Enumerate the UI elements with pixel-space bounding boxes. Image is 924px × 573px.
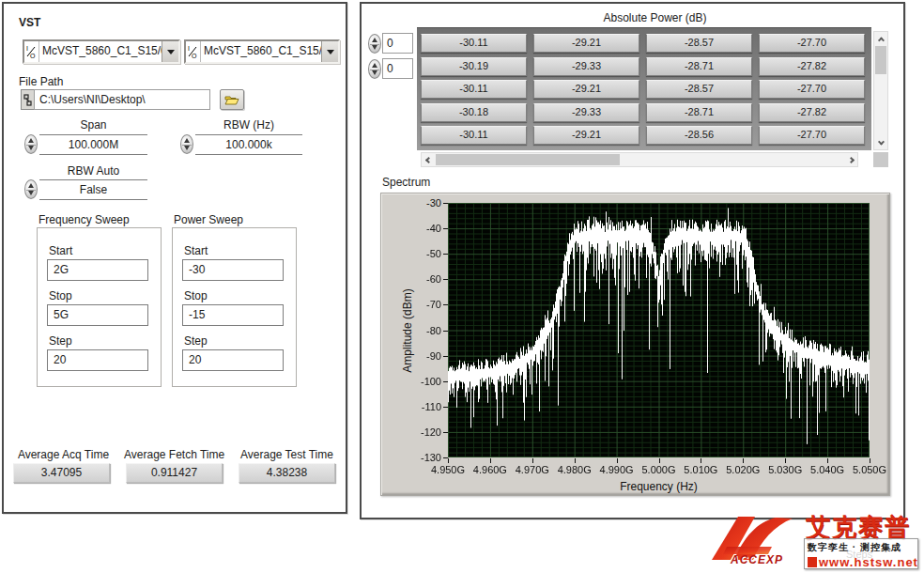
y-tick-mark xyxy=(443,254,448,255)
power-start-label: Start xyxy=(184,244,208,257)
table-cell: -29.33 xyxy=(533,103,639,122)
table-cell: -30.11 xyxy=(421,34,527,53)
scroll-down-button[interactable] xyxy=(874,136,887,149)
file-path-label: File Path xyxy=(19,75,63,88)
x-tick-label: 5.010G xyxy=(679,464,722,475)
chevron-down-icon xyxy=(327,50,334,58)
vertical-scroll-thumb[interactable] xyxy=(875,46,886,74)
x-tick-label: 4.990G xyxy=(595,464,639,475)
y-tick-label: -30 xyxy=(396,197,441,209)
rbw-label: RBW (Hz) xyxy=(195,118,302,132)
table-cell: -28.71 xyxy=(646,57,752,76)
decrement-icon xyxy=(372,70,377,75)
scroll-left-button[interactable] xyxy=(422,153,435,166)
increment-icon xyxy=(28,183,34,188)
x-tick-label: 5.000G xyxy=(638,464,681,475)
x-tick-label: 4.950G xyxy=(426,464,470,475)
table-cell: -27.82 xyxy=(759,103,865,122)
x-tick-mark xyxy=(743,458,744,463)
browse-button[interactable] xyxy=(220,89,244,110)
x-axis-title: Frequency (Hz) xyxy=(448,480,870,493)
y-tick-mark xyxy=(443,203,448,204)
power-step-input[interactable]: 20 xyxy=(182,349,284,371)
table-cell: -27.82 xyxy=(759,57,865,76)
increment-icon xyxy=(184,138,190,143)
frequency-sweep-label: Frequency Sweep xyxy=(38,213,130,226)
y-tick-label: -120 xyxy=(396,426,441,438)
table-cell: -27.70 xyxy=(759,34,865,53)
power-sweep-label: Power Sweep xyxy=(174,213,243,226)
x-tick-label: 5.040G xyxy=(806,464,849,475)
table-cell: -29.21 xyxy=(533,80,639,99)
chevron-up-icon xyxy=(877,37,884,43)
table-cell: -30.11 xyxy=(421,126,527,145)
table-vertical-scrollbar[interactable] xyxy=(873,31,888,150)
y-tick-label: -110 xyxy=(396,401,441,412)
scroll-right-button[interactable] xyxy=(844,153,857,166)
svg-text:O: O xyxy=(30,53,36,59)
table-cell: -29.21 xyxy=(533,126,639,145)
vst-resource-dropdown-1[interactable]: IO McVST_5860_C1_S15/1 xyxy=(184,39,340,64)
io-name-icon: IO xyxy=(186,41,201,62)
col-index-input[interactable]: 0 xyxy=(382,58,413,79)
increment-icon xyxy=(28,138,34,143)
avg-fetch-time-label: Average Fetch Time xyxy=(124,448,224,461)
freq-stop-input[interactable]: 5G xyxy=(47,304,148,326)
table-horizontal-scrollbar[interactable] xyxy=(421,152,858,167)
frequency-sweep-group: Start 2G Stop 5G Step 20 xyxy=(37,227,162,387)
row-index-input[interactable]: 0 xyxy=(382,33,413,54)
y-tick-mark xyxy=(443,304,448,305)
table-cell: -27.70 xyxy=(759,80,865,99)
watermark-url-text: www.hstsw.net xyxy=(819,555,918,569)
power-stop-input[interactable]: -15 xyxy=(182,304,284,326)
horizontal-scroll-thumb[interactable] xyxy=(436,154,620,165)
freq-step-input[interactable]: 20 xyxy=(47,349,148,371)
scrollbar-corner xyxy=(873,152,888,167)
x-tick-label: 5.050G xyxy=(848,464,891,475)
col-index-spinner[interactable] xyxy=(368,59,381,79)
rbw-auto-label: RBW Auto xyxy=(39,164,147,178)
x-tick-mark xyxy=(659,458,660,463)
rbw-auto-select[interactable]: False xyxy=(39,179,147,200)
table-cell: -30.19 xyxy=(421,57,527,76)
y-tick-mark xyxy=(443,331,448,332)
dropdown-arrow-button[interactable] xyxy=(162,41,178,62)
table-cell: -29.33 xyxy=(533,57,639,76)
row-index-spinner[interactable] xyxy=(368,34,381,54)
vst-resource-value-0: McVST_5860_C1_S15/0 xyxy=(39,41,162,62)
freq-start-label: Start xyxy=(49,244,72,257)
decrement-icon xyxy=(184,146,190,150)
rbw-auto-spinner[interactable] xyxy=(24,179,38,199)
y-tick-label: -40 xyxy=(396,223,441,234)
table-cell: -28.57 xyxy=(646,34,752,53)
x-tick-mark xyxy=(617,458,618,463)
rbw-spinner[interactable] xyxy=(180,134,193,154)
scroll-up-button[interactable] xyxy=(874,32,887,45)
decrement-icon xyxy=(28,146,34,150)
avg-fetch-time-value: 0.911427 xyxy=(126,463,223,483)
avg-acq-time-label: Average Acq Time xyxy=(13,448,114,461)
vst-control-panel: VST IO McVST_5860_C1_S15/0 IO McVST_5860… xyxy=(2,2,347,514)
span-input[interactable]: 100.000M xyxy=(39,134,147,155)
svg-text:I: I xyxy=(188,45,190,52)
file-path-input[interactable]: C:\Users\NI\Desktop\ xyxy=(34,89,210,110)
x-tick-label: 4.960G xyxy=(469,464,512,475)
graph-title: Spectrum xyxy=(382,176,430,189)
svg-text:I: I xyxy=(26,45,28,52)
y-tick-mark xyxy=(443,381,448,382)
power-start-input[interactable]: -30 xyxy=(182,259,284,281)
x-tick-mark xyxy=(701,458,701,463)
span-label: Span xyxy=(39,118,147,132)
vst-resource-dropdown-0[interactable]: IO McVST_5860_C1_S15/0 xyxy=(23,39,180,64)
x-tick-label: 5.030G xyxy=(763,464,807,475)
plot-area xyxy=(448,203,870,457)
dropdown-arrow-button[interactable] xyxy=(321,41,338,62)
table-title: Absolute Power (dB) xyxy=(419,11,891,24)
span-spinner[interactable] xyxy=(24,134,38,154)
rbw-input[interactable]: 100.000k xyxy=(195,134,302,155)
y-tick-label: -100 xyxy=(396,376,441,387)
vst-resource-value-1: McVST_5860_C1_S15/1 xyxy=(201,41,321,62)
x-tick-mark xyxy=(448,458,449,463)
y-tick-label: -60 xyxy=(396,273,441,285)
freq-start-input[interactable]: 2G xyxy=(47,259,148,281)
